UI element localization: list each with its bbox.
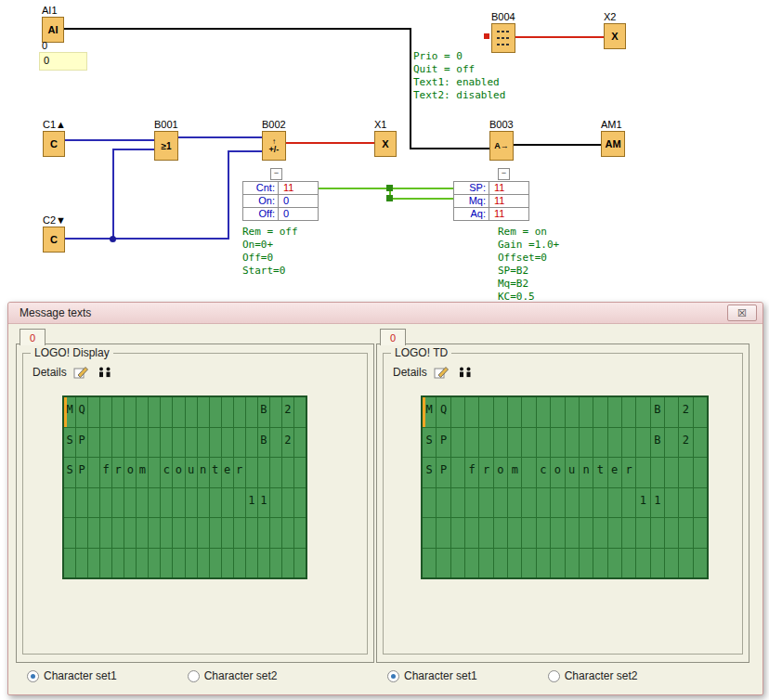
grid-cell[interactable]: P bbox=[437, 428, 450, 458]
grid-cell[interactable] bbox=[246, 458, 257, 487]
grid-cell[interactable] bbox=[186, 518, 197, 548]
grid-cell[interactable] bbox=[173, 488, 184, 518]
grid-cell[interactable] bbox=[636, 428, 649, 458]
grid-cell[interactable] bbox=[651, 518, 664, 548]
grid-cell[interactable]: n bbox=[198, 458, 209, 487]
cursor-key-block-body[interactable]: C bbox=[43, 227, 65, 253]
grid-cell[interactable] bbox=[608, 549, 621, 578]
grid-cell[interactable] bbox=[76, 488, 87, 518]
grid-cell[interactable] bbox=[173, 428, 184, 458]
output-block-body[interactable]: X bbox=[604, 23, 626, 49]
grid-cell[interactable] bbox=[100, 488, 111, 518]
grid-cell[interactable]: Q bbox=[437, 397, 450, 427]
grid-cell[interactable]: c bbox=[537, 458, 550, 487]
grid-cell[interactable] bbox=[124, 488, 136, 518]
grid-cell[interactable] bbox=[270, 428, 281, 458]
block-b001[interactable]: B001 ≥1 bbox=[154, 119, 178, 161]
grid-cell[interactable] bbox=[423, 518, 436, 548]
grid-cell[interactable] bbox=[694, 488, 707, 518]
grid-cell[interactable] bbox=[665, 428, 678, 458]
grid-cell[interactable] bbox=[479, 518, 492, 548]
grid-cell[interactable] bbox=[566, 397, 579, 427]
grid-cell[interactable] bbox=[465, 518, 478, 548]
grid-cell[interactable]: n bbox=[580, 458, 593, 487]
grid-cell[interactable] bbox=[100, 397, 111, 427]
grid-cell[interactable] bbox=[694, 549, 707, 578]
grid-cell[interactable] bbox=[137, 518, 148, 548]
grid-cell[interactable]: B bbox=[258, 428, 269, 458]
grid-cell[interactable] bbox=[651, 458, 664, 487]
grid-cell[interactable] bbox=[451, 518, 464, 548]
grid-cell[interactable] bbox=[580, 397, 593, 427]
grid-cell[interactable] bbox=[88, 428, 99, 458]
grid-cell[interactable] bbox=[465, 549, 478, 578]
grid-cell[interactable] bbox=[234, 397, 245, 427]
grid-cell[interactable] bbox=[198, 397, 209, 427]
grid-cell[interactable] bbox=[566, 549, 579, 578]
analog-output-block-body[interactable]: AM bbox=[601, 131, 625, 157]
grid-cell[interactable] bbox=[270, 518, 281, 548]
grid-cell[interactable] bbox=[537, 397, 550, 427]
tab-td-0[interactable]: 0 bbox=[380, 329, 406, 345]
grid-cell[interactable] bbox=[636, 518, 649, 548]
grid-cell[interactable]: 2 bbox=[679, 428, 692, 458]
radio-character-set1[interactable] bbox=[387, 670, 399, 682]
grid-cell[interactable] bbox=[270, 488, 281, 518]
block-b002[interactable]: B002 ↑ +/- bbox=[262, 119, 286, 161]
block-c2[interactable]: C2▼ C bbox=[43, 214, 66, 253]
grid-cell[interactable] bbox=[665, 458, 678, 487]
grid-cell[interactable] bbox=[246, 549, 257, 578]
grid-cell[interactable] bbox=[246, 428, 257, 458]
grid-cell[interactable]: Q bbox=[76, 397, 87, 427]
grid-cell[interactable] bbox=[173, 518, 184, 548]
grid-cell[interactable] bbox=[451, 397, 464, 427]
radio-character-set1[interactable] bbox=[27, 670, 39, 682]
grid-cell[interactable] bbox=[210, 549, 221, 578]
special-characters-icon[interactable] bbox=[97, 365, 113, 379]
grid-cell[interactable] bbox=[580, 488, 593, 518]
grid-cell[interactable] bbox=[112, 518, 124, 548]
grid-cell[interactable] bbox=[88, 397, 99, 427]
grid-cell[interactable] bbox=[88, 488, 99, 518]
grid-cell[interactable]: 2 bbox=[679, 397, 692, 427]
grid-cell[interactable] bbox=[88, 549, 99, 578]
grid-cell[interactable] bbox=[665, 488, 678, 518]
edit-pencil-icon[interactable] bbox=[434, 365, 450, 379]
grid-cell[interactable] bbox=[522, 549, 535, 578]
grid-cell[interactable]: P bbox=[437, 458, 450, 487]
edit-pencil-icon[interactable] bbox=[73, 365, 90, 379]
block-x1[interactable]: X1 X bbox=[374, 119, 397, 157]
grid-cell[interactable] bbox=[437, 549, 450, 578]
grid-cell[interactable] bbox=[679, 458, 692, 487]
grid-cell[interactable]: M bbox=[423, 397, 436, 427]
grid-cell[interactable]: c bbox=[161, 458, 172, 487]
grid-cell[interactable]: u bbox=[186, 458, 197, 487]
grid-cell[interactable] bbox=[437, 488, 450, 518]
grid-cell[interactable] bbox=[282, 458, 293, 487]
grid-cell[interactable] bbox=[593, 397, 606, 427]
grid-cell[interactable] bbox=[246, 518, 257, 548]
tab-display-0[interactable]: 0 bbox=[20, 329, 46, 345]
grid-cell[interactable] bbox=[522, 488, 535, 518]
grid-cell[interactable] bbox=[508, 428, 521, 458]
grid-cell[interactable]: 1 bbox=[258, 488, 269, 518]
grid-cell[interactable] bbox=[100, 549, 111, 578]
radio-label[interactable]: Character set2 bbox=[565, 669, 638, 682]
radio-label[interactable]: Character set1 bbox=[44, 669, 117, 682]
grid-cell[interactable] bbox=[451, 549, 464, 578]
grid-cell[interactable] bbox=[636, 458, 649, 487]
grid-cell[interactable]: f bbox=[465, 458, 478, 487]
grid-cell[interactable] bbox=[198, 488, 209, 518]
grid-cell[interactable] bbox=[149, 458, 160, 487]
grid-cell[interactable]: B bbox=[651, 397, 664, 427]
grid-cell[interactable] bbox=[679, 488, 692, 518]
td-character-grid[interactable]: MQ B 2 SP B 2 SP from counter 11 bbox=[421, 395, 709, 579]
grid-cell[interactable] bbox=[593, 518, 606, 548]
grid-cell[interactable]: e bbox=[608, 458, 621, 487]
grid-cell[interactable]: e bbox=[222, 458, 233, 487]
grid-cell[interactable] bbox=[465, 397, 478, 427]
grid-cell[interactable] bbox=[608, 488, 621, 518]
grid-cell[interactable] bbox=[100, 428, 111, 458]
grid-cell[interactable] bbox=[551, 518, 564, 548]
grid-cell[interactable] bbox=[537, 518, 550, 548]
